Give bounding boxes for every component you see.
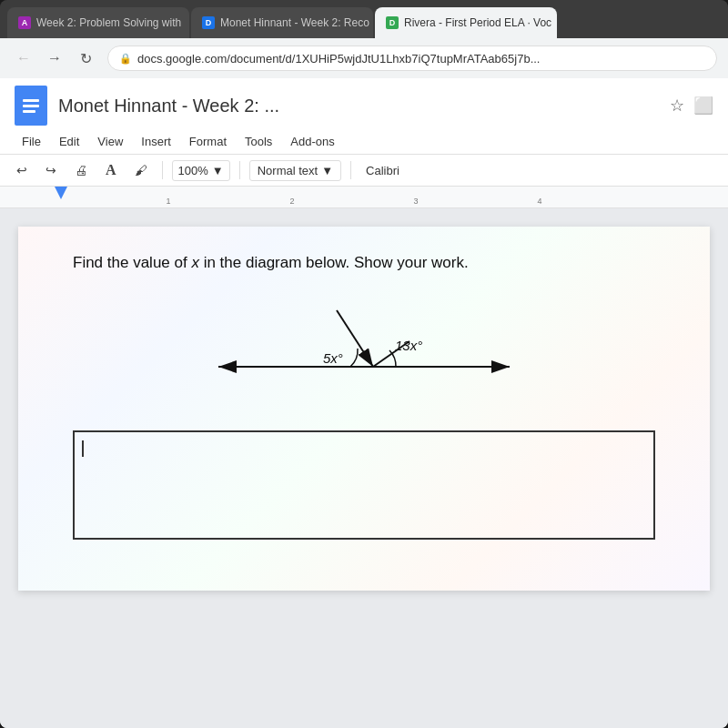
font-selector[interactable]: Calibri xyxy=(360,161,405,180)
redo-button[interactable]: ↪ xyxy=(40,159,62,181)
docs-title: Monet Hinnant - Week 2: ... xyxy=(58,96,659,116)
tab-3[interactable]: D Rivera - First Period ELA · Voc ✕ xyxy=(375,7,557,38)
ruler-inner: 1 2 3 4 xyxy=(55,187,673,207)
docs-area: Monet Hinnant - Week 2: ... ☆ ⬜ File Edi… xyxy=(0,78,728,728)
tab3-label: Rivera - First Period ELA · Voc xyxy=(404,16,551,29)
docs-logo-line3 xyxy=(23,110,35,113)
spell-check-button[interactable]: A xyxy=(100,158,122,182)
docs-title-row: Monet Hinnant - Week 2: ... ☆ ⬜ xyxy=(15,86,713,129)
svg-text:5x°: 5x° xyxy=(323,350,343,366)
ruler-tick-3: 3 xyxy=(413,197,418,206)
zoom-dropdown-icon: ▼ xyxy=(212,164,224,177)
back-button[interactable]: ← xyxy=(11,46,36,71)
tab-bar: A Week 2: Problem Solving with ✕ D Monet… xyxy=(0,0,728,38)
zoom-selector[interactable]: 100% ▼ xyxy=(172,160,230,181)
doc-question: Find the value of x in the diagram below… xyxy=(73,254,655,272)
ruler-marker[interactable] xyxy=(55,187,67,199)
tab2-icon: D xyxy=(202,16,215,29)
tab-2[interactable]: D Monet Hinnant - Week 2: Reco ✕ xyxy=(191,7,373,38)
docs-title-icons: ☆ ⬜ xyxy=(670,96,713,116)
menu-view[interactable]: View xyxy=(90,131,130,152)
browser-window: A Week 2: Problem Solving with ✕ D Monet… xyxy=(0,0,728,728)
style-dropdown-icon: ▼ xyxy=(321,164,333,177)
docs-header: Monet Hinnant - Week 2: ... ☆ ⬜ File Edi… xyxy=(0,78,728,155)
menu-bar: File Edit View Insert Format Tools Add-o… xyxy=(15,129,713,154)
docs-logo-line1 xyxy=(23,99,39,102)
forward-button[interactable]: → xyxy=(42,46,67,71)
url-bar[interactable]: 🔒 docs.google.com/document/d/1XUHiP5wjdJ… xyxy=(107,46,717,71)
answer-box[interactable] xyxy=(73,430,655,540)
menu-insert[interactable]: Insert xyxy=(134,131,178,152)
ruler-tick-2: 2 xyxy=(289,197,294,206)
ruler: 1 2 3 4 xyxy=(0,187,728,208)
menu-edit[interactable]: Edit xyxy=(52,131,86,152)
toolbar: ↩ ↪ 🖨 A 🖌 100% ▼ Normal text ▼ Calibri xyxy=(0,155,728,187)
menu-file[interactable]: File xyxy=(15,131,48,152)
tab2-label: Monet Hinnant - Week 2: Reco xyxy=(220,16,369,29)
menu-addons[interactable]: Add-ons xyxy=(283,131,341,152)
docs-logo-line2 xyxy=(23,105,39,107)
svg-text:13x°: 13x° xyxy=(395,338,422,353)
ruler-tick-4: 4 xyxy=(537,197,541,206)
zoom-value: 100% xyxy=(178,164,208,177)
toolbar-separator-2 xyxy=(239,161,240,179)
url-text: docs.google.com/document/d/1XUHiP5wjdJtU… xyxy=(137,52,540,66)
docs-logo xyxy=(15,86,47,126)
ruler-tick-1: 1 xyxy=(166,197,170,206)
move-icon[interactable]: ⬜ xyxy=(693,96,713,116)
toolbar-separator-3 xyxy=(350,161,351,179)
style-value: Normal text xyxy=(258,164,318,177)
refresh-button[interactable]: ↻ xyxy=(73,46,98,71)
tab-1[interactable]: A Week 2: Problem Solving with ✕ xyxy=(7,7,189,38)
docs-logo-lines xyxy=(23,99,39,113)
undo-button[interactable]: ↩ xyxy=(11,159,33,181)
geometry-diagram: 5x° 13x° xyxy=(191,294,537,403)
toolbar-separator-1 xyxy=(162,161,163,179)
menu-tools[interactable]: Tools xyxy=(238,131,279,152)
text-cursor xyxy=(82,440,84,457)
address-bar: ← → ↻ 🔒 docs.google.com/document/d/1XUHi… xyxy=(0,38,728,78)
menu-format[interactable]: Format xyxy=(182,131,234,152)
diagram-area: 5x° 13x° xyxy=(73,294,655,403)
style-selector[interactable]: Normal text ▼ xyxy=(249,160,341,181)
star-icon[interactable]: ☆ xyxy=(670,96,684,116)
tab1-icon: A xyxy=(18,16,31,29)
font-value: Calibri xyxy=(366,164,399,177)
nav-buttons: ← → ↻ xyxy=(11,46,98,71)
tab3-icon: D xyxy=(386,16,399,29)
doc-page: Find the value of x in the diagram below… xyxy=(18,227,710,591)
paint-format-button[interactable]: 🖌 xyxy=(129,159,153,181)
print-button[interactable]: 🖨 xyxy=(69,159,93,181)
tab1-label: Week 2: Problem Solving with xyxy=(36,16,181,29)
lock-icon: 🔒 xyxy=(119,53,132,65)
doc-content[interactable]: Find the value of x in the diagram below… xyxy=(0,208,728,728)
